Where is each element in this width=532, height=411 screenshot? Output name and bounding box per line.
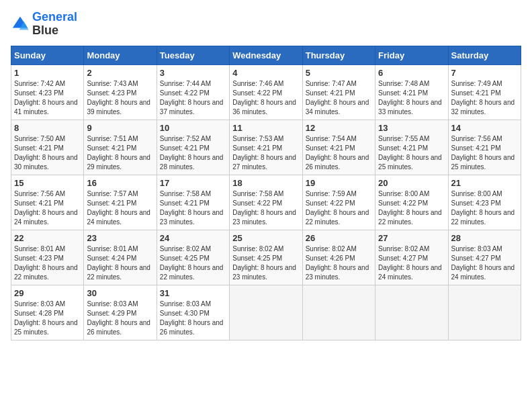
day-number: 5 <box>306 68 372 78</box>
calendar-cell: 3 Sunrise: 7:44 AMSunset: 4:22 PMDayligh… <box>157 64 229 120</box>
day-number: 12 <box>306 123 372 133</box>
calendar-cell: 20 Sunrise: 8:00 AMSunset: 4:22 PMDaylig… <box>375 175 448 230</box>
calendar-cell: 7 Sunrise: 7:49 AMSunset: 4:21 PMDayligh… <box>448 64 521 120</box>
day-number: 23 <box>87 233 153 243</box>
calendar-body: 1 Sunrise: 7:42 AMSunset: 4:23 PMDayligh… <box>11 64 521 340</box>
cell-content: Sunrise: 7:46 AMSunset: 4:22 PMDaylight:… <box>232 80 296 116</box>
calendar-cell: 9 Sunrise: 7:51 AMSunset: 4:21 PMDayligh… <box>84 120 157 175</box>
day-number: 17 <box>160 178 226 188</box>
day-number: 25 <box>232 233 299 243</box>
calendar-cell: 5 Sunrise: 7:47 AMSunset: 4:21 PMDayligh… <box>302 64 375 120</box>
calendar-cell: 28 Sunrise: 8:03 AMSunset: 4:27 PMDaylig… <box>448 230 521 285</box>
day-number: 19 <box>306 178 372 188</box>
day-number: 27 <box>378 233 445 243</box>
calendar-cell <box>448 285 521 340</box>
day-number: 3 <box>160 68 226 78</box>
cell-content: Sunrise: 7:58 AMSunset: 4:22 PMDaylight:… <box>232 190 296 226</box>
cell-content: Sunrise: 8:03 AMSunset: 4:29 PMDaylight:… <box>87 300 150 336</box>
calendar-week-1: 1 Sunrise: 7:42 AMSunset: 4:23 PMDayligh… <box>11 64 521 120</box>
cell-content: Sunrise: 7:59 AMSunset: 4:22 PMDaylight:… <box>306 190 369 226</box>
day-number: 13 <box>378 123 445 133</box>
cell-content: Sunrise: 7:58 AMSunset: 4:21 PMDaylight:… <box>160 190 224 226</box>
day-number: 4 <box>232 68 299 78</box>
calendar-cell: 4 Sunrise: 7:46 AMSunset: 4:22 PMDayligh… <box>230 64 302 120</box>
day-number: 2 <box>87 68 153 78</box>
calendar-cell: 12 Sunrise: 7:54 AMSunset: 4:21 PMDaylig… <box>302 120 375 175</box>
day-number: 6 <box>378 68 445 78</box>
calendar-cell: 23 Sunrise: 8:01 AMSunset: 4:24 PMDaylig… <box>84 230 157 285</box>
calendar-cell: 27 Sunrise: 8:02 AMSunset: 4:27 PMDaylig… <box>375 230 448 285</box>
calendar-cell <box>375 285 448 340</box>
weekday-header-thursday: Thursday <box>302 46 375 64</box>
calendar-cell: 29 Sunrise: 8:03 AMSunset: 4:28 PMDaylig… <box>11 285 84 340</box>
logo: General Blue <box>11 11 77 38</box>
day-number: 11 <box>232 123 299 133</box>
cell-content: Sunrise: 8:02 AMSunset: 4:25 PMDaylight:… <box>160 245 224 281</box>
calendar-cell: 16 Sunrise: 7:57 AMSunset: 4:21 PMDaylig… <box>84 175 157 230</box>
day-number: 9 <box>87 123 153 133</box>
day-number: 29 <box>14 288 81 298</box>
day-number: 22 <box>14 233 81 243</box>
day-number: 14 <box>451 123 518 133</box>
cell-content: Sunrise: 7:50 AMSunset: 4:21 PMDaylight:… <box>14 135 78 171</box>
day-number: 26 <box>306 233 372 243</box>
cell-content: Sunrise: 7:53 AMSunset: 4:21 PMDaylight:… <box>232 135 296 171</box>
cell-content: Sunrise: 7:51 AMSunset: 4:21 PMDaylight:… <box>87 135 150 171</box>
calendar-cell: 15 Sunrise: 7:56 AMSunset: 4:21 PMDaylig… <box>11 175 84 230</box>
calendar-cell: 17 Sunrise: 7:58 AMSunset: 4:21 PMDaylig… <box>157 175 229 230</box>
logo-text: General Blue <box>32 11 77 38</box>
calendar-cell: 19 Sunrise: 7:59 AMSunset: 4:22 PMDaylig… <box>302 175 375 230</box>
calendar-cell: 25 Sunrise: 8:02 AMSunset: 4:25 PMDaylig… <box>230 230 302 285</box>
calendar-cell: 8 Sunrise: 7:50 AMSunset: 4:21 PMDayligh… <box>11 120 84 175</box>
calendar-cell: 6 Sunrise: 7:48 AMSunset: 4:21 PMDayligh… <box>375 64 448 120</box>
cell-content: Sunrise: 8:01 AMSunset: 4:23 PMDaylight:… <box>14 245 78 281</box>
calendar-cell: 30 Sunrise: 8:03 AMSunset: 4:29 PMDaylig… <box>84 285 157 340</box>
weekday-header-tuesday: Tuesday <box>157 46 229 64</box>
cell-content: Sunrise: 8:01 AMSunset: 4:24 PMDaylight:… <box>87 245 150 281</box>
calendar-cell: 2 Sunrise: 7:43 AMSunset: 4:23 PMDayligh… <box>84 64 157 120</box>
weekday-header-wednesday: Wednesday <box>230 46 302 64</box>
cell-content: Sunrise: 8:03 AMSunset: 4:30 PMDaylight:… <box>160 300 224 336</box>
cell-content: Sunrise: 8:02 AMSunset: 4:25 PMDaylight:… <box>232 245 296 281</box>
cell-content: Sunrise: 7:52 AMSunset: 4:21 PMDaylight:… <box>160 135 224 171</box>
day-number: 21 <box>451 178 518 188</box>
calendar-cell: 14 Sunrise: 7:56 AMSunset: 4:21 PMDaylig… <box>448 120 521 175</box>
calendar-cell: 18 Sunrise: 7:58 AMSunset: 4:22 PMDaylig… <box>230 175 302 230</box>
logo-icon <box>11 15 30 34</box>
calendar-week-5: 29 Sunrise: 8:03 AMSunset: 4:28 PMDaylig… <box>11 285 521 340</box>
day-number: 15 <box>14 178 81 188</box>
calendar-cell <box>230 285 302 340</box>
calendar-week-2: 8 Sunrise: 7:50 AMSunset: 4:21 PMDayligh… <box>11 120 521 175</box>
day-number: 7 <box>451 68 518 78</box>
day-number: 30 <box>87 288 153 298</box>
cell-content: Sunrise: 7:47 AMSunset: 4:21 PMDaylight:… <box>306 80 369 116</box>
calendar-week-4: 22 Sunrise: 8:01 AMSunset: 4:23 PMDaylig… <box>11 230 521 285</box>
calendar-cell: 26 Sunrise: 8:02 AMSunset: 4:26 PMDaylig… <box>302 230 375 285</box>
cell-content: Sunrise: 7:54 AMSunset: 4:21 PMDaylight:… <box>306 135 369 171</box>
calendar-cell: 13 Sunrise: 7:55 AMSunset: 4:21 PMDaylig… <box>375 120 448 175</box>
calendar-week-3: 15 Sunrise: 7:56 AMSunset: 4:21 PMDaylig… <box>11 175 521 230</box>
calendar-header-row: SundayMondayTuesdayWednesdayThursdayFrid… <box>11 46 521 64</box>
cell-content: Sunrise: 8:02 AMSunset: 4:26 PMDaylight:… <box>306 245 369 281</box>
cell-content: Sunrise: 7:49 AMSunset: 4:21 PMDaylight:… <box>451 80 515 116</box>
weekday-header-sunday: Sunday <box>11 46 84 64</box>
cell-content: Sunrise: 7:56 AMSunset: 4:21 PMDaylight:… <box>14 190 78 226</box>
cell-content: Sunrise: 7:56 AMSunset: 4:21 PMDaylight:… <box>451 135 515 171</box>
day-number: 28 <box>451 233 518 243</box>
weekday-header-saturday: Saturday <box>448 46 521 64</box>
calendar-cell: 31 Sunrise: 8:03 AMSunset: 4:30 PMDaylig… <box>157 285 229 340</box>
calendar-table: SundayMondayTuesdayWednesdayThursdayFrid… <box>11 46 521 340</box>
calendar-cell: 10 Sunrise: 7:52 AMSunset: 4:21 PMDaylig… <box>157 120 229 175</box>
day-number: 31 <box>160 288 226 298</box>
day-number: 24 <box>160 233 226 243</box>
day-number: 10 <box>160 123 226 133</box>
cell-content: Sunrise: 8:00 AMSunset: 4:22 PMDaylight:… <box>378 190 442 226</box>
cell-content: Sunrise: 7:44 AMSunset: 4:22 PMDaylight:… <box>160 80 224 116</box>
cell-content: Sunrise: 8:02 AMSunset: 4:27 PMDaylight:… <box>378 245 442 281</box>
cell-content: Sunrise: 8:03 AMSunset: 4:28 PMDaylight:… <box>14 300 78 336</box>
day-number: 1 <box>14 68 81 78</box>
day-number: 18 <box>232 178 299 188</box>
calendar-cell <box>302 285 375 340</box>
calendar-cell: 11 Sunrise: 7:53 AMSunset: 4:21 PMDaylig… <box>230 120 302 175</box>
day-number: 8 <box>14 123 81 133</box>
